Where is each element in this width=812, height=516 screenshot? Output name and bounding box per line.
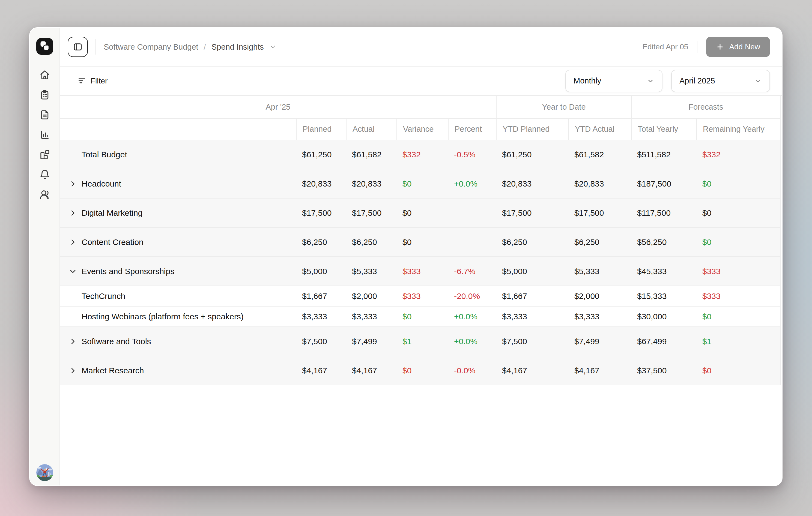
row-label-cell: Total Budget [60, 140, 296, 169]
cell-variance: $0 [397, 356, 448, 385]
cell-variance: $333 [397, 257, 448, 285]
table-row-techcrunch[interactable]: TechCrunch$1,667$2,000$333-20.0%$1,667$2… [60, 286, 780, 307]
cell-ytd-actual: $4,167 [568, 356, 631, 385]
cell-remaining-yearly: $332 [696, 140, 780, 169]
sidebar-toggle-button[interactable] [68, 37, 88, 57]
cell-total-yearly: $67,499 [631, 327, 696, 356]
cell-percent: +0.0% [448, 170, 496, 198]
row-label-cell: Software and Tools [60, 327, 296, 356]
cell-planned: $17,500 [296, 199, 346, 227]
cell-planned: $3,333 [296, 307, 346, 327]
column-header-total-yearly: Total Yearly [631, 119, 696, 140]
main-content: Software Company Budget / Spend Insights… [60, 28, 782, 485]
filter-lines-icon [78, 77, 86, 85]
breadcrumb-current[interactable]: Spend Insights [211, 42, 264, 52]
cell-actual: $7,499 [346, 327, 397, 356]
cell-ytd-actual: $61,582 [568, 140, 631, 169]
sidebar-item-bell[interactable] [39, 169, 50, 180]
cell-ytd-planned: $4,167 [496, 356, 568, 385]
desktop-background: Software Company Budget / Spend Insights… [0, 0, 812, 516]
cell-remaining-yearly: $0 [696, 307, 780, 327]
cell-total-yearly: $45,333 [631, 257, 696, 285]
cell-total-yearly: $187,500 [631, 170, 696, 198]
breadcrumb-root[interactable]: Software Company Budget [104, 42, 198, 52]
table-row-content-creation[interactable]: Content Creation$6,250$6,250$0$6,250$6,2… [60, 228, 780, 257]
cell-actual: $4,167 [346, 356, 397, 385]
cell-ytd-actual: $5,333 [568, 257, 631, 285]
chevron-down-icon [647, 77, 654, 85]
chevron-right-icon[interactable] [68, 208, 78, 218]
table-row-events-and-sponsorships[interactable]: Events and Sponsorships$5,000$5,333$333-… [60, 257, 780, 286]
cell-ytd-planned: $6,250 [496, 228, 568, 256]
app-logo[interactable] [36, 38, 53, 55]
toolbar-right: Monthly April 2025 [566, 70, 770, 92]
table-row-software-and-tools[interactable]: Software and Tools$7,500$7,499$1+0.0%$7,… [60, 327, 780, 356]
table-row-headcount[interactable]: Headcount$20,833$20,833$0+0.0%$20,833$20… [60, 170, 780, 199]
chevron-spacer [68, 150, 78, 159]
period-select[interactable]: April 2025 [671, 70, 770, 92]
row-label: Events and Sponsorships [82, 267, 174, 276]
row-label: Total Budget [82, 150, 127, 159]
group-header-ytd: Year to Date [496, 96, 631, 118]
bell-icon [39, 169, 50, 180]
column-header-ytd-actual: YTD Actual [568, 119, 631, 140]
sidebar-nav [39, 69, 50, 200]
cell-remaining-yearly: $1 [696, 327, 780, 356]
cell-percent [448, 199, 496, 227]
cell-ytd-planned: $5,000 [496, 257, 568, 285]
sidebar-item-blocks[interactable] [39, 149, 50, 160]
cell-total-yearly: $37,500 [631, 356, 696, 385]
chevron-right-icon[interactable] [68, 238, 78, 247]
sidebar-item-users[interactable] [39, 189, 50, 200]
sidebar-item-home[interactable] [39, 69, 50, 81]
cell-ytd-actual: $3,333 [568, 307, 631, 327]
panel-left-icon [73, 42, 83, 52]
chevron-down-icon[interactable] [269, 42, 277, 52]
filter-button[interactable]: Filter [78, 77, 108, 85]
header-divider [95, 39, 96, 55]
cell-percent: -0.5% [448, 140, 496, 169]
cell-actual: $3,333 [346, 307, 397, 327]
cell-variance: $0 [397, 170, 448, 198]
sidebar-item-document[interactable] [39, 109, 50, 120]
cell-ytd-actual: $20,833 [568, 170, 631, 198]
row-label-cell: Content Creation [60, 228, 296, 256]
user-avatar[interactable] [36, 464, 53, 481]
row-label: Content Creation [82, 238, 144, 247]
column-header-rowlabel [60, 119, 296, 140]
table-row-market-research[interactable]: Market Research$4,167$4,167$0-0.0%$4,167… [60, 356, 780, 385]
table-row-digital-marketing[interactable]: Digital Marketing$17,500$17,500$0$17,500… [60, 199, 780, 228]
table-row-total-budget[interactable]: Total Budget$61,250$61,582$332-0.5%$61,2… [60, 140, 780, 170]
view-granularity-value: Monthly [574, 77, 601, 85]
cell-actual: $17,500 [346, 199, 397, 227]
period-value: April 2025 [679, 77, 715, 85]
chevron-down-icon[interactable] [68, 267, 78, 276]
column-header-actual: Actual [346, 119, 397, 140]
cell-planned: $1,667 [296, 286, 346, 306]
home-icon [39, 69, 50, 81]
cell-variance: $333 [397, 286, 448, 306]
column-header-variance: Variance [397, 119, 448, 140]
cell-percent [448, 228, 496, 256]
table-row-hosting-webinars-platform-fees-speakers[interactable]: Hosting Webinars (platform fees + speake… [60, 307, 780, 327]
add-new-button[interactable]: Add New [706, 37, 770, 57]
row-label-cell: Market Research [60, 356, 296, 385]
chevron-right-icon[interactable] [68, 337, 78, 346]
cell-remaining-yearly: $0 [696, 199, 780, 227]
bar-chart-icon [39, 129, 50, 140]
cell-ytd-planned: $1,667 [496, 286, 568, 306]
group-header-forecasts: Forecasts [631, 96, 780, 118]
chevron-right-icon[interactable] [68, 179, 78, 188]
sidebar-item-clipboard[interactable] [39, 89, 50, 100]
breadcrumb-separator: / [204, 42, 206, 52]
cell-remaining-yearly: $0 [696, 170, 780, 198]
sidebar-item-bar-chart[interactable] [39, 129, 50, 140]
chevron-right-icon[interactable] [68, 366, 78, 375]
cell-ytd-planned: $3,333 [496, 307, 568, 327]
cell-remaining-yearly: $333 [696, 286, 780, 306]
view-granularity-select[interactable]: Monthly [566, 70, 663, 92]
table-empty-area [60, 385, 782, 485]
document-icon [39, 109, 50, 120]
cell-ytd-planned: $20,833 [496, 170, 568, 198]
cell-ytd-actual: $17,500 [568, 199, 631, 227]
